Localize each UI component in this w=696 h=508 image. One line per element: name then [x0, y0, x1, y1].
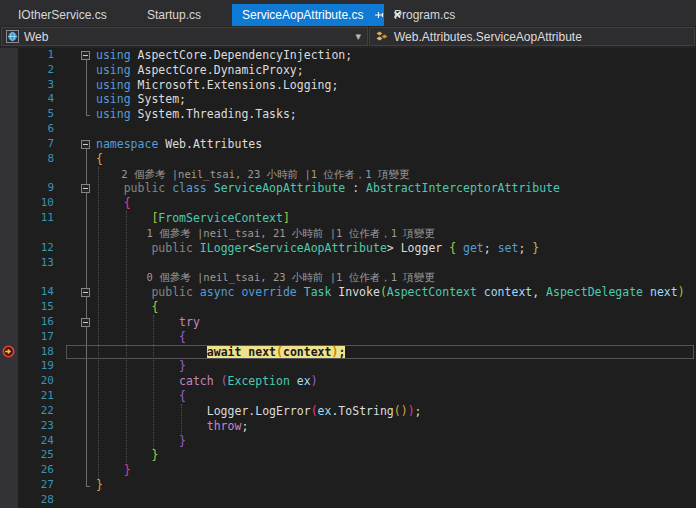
code-line[interactable]: }	[96, 359, 696, 374]
breakpoint-gutter[interactable]	[0, 241, 18, 256]
breakpoint-gutter[interactable]	[0, 434, 18, 449]
code-token	[96, 211, 151, 225]
breakpoint-gutter[interactable]	[0, 330, 18, 345]
code-line[interactable]: public class ServiceAopAttribute : Abstr…	[96, 181, 696, 196]
breadcrumb-dropdown[interactable]: Web.Attributes.ServiceAopAttribute	[369, 27, 695, 46]
code-line[interactable]: {	[96, 300, 696, 315]
code-line[interactable]: public ILogger<ServiceAopAttribute> Logg…	[96, 241, 696, 256]
code-token: {	[96, 389, 186, 403]
code-line[interactable]	[96, 493, 696, 508]
fold-column	[62, 241, 96, 256]
code-line[interactable]: public async override Task Invoke(Aspect…	[96, 285, 696, 300]
line-number: 2	[18, 63, 62, 78]
code-token: using	[96, 78, 131, 92]
breakpoint-gutter[interactable]	[0, 285, 18, 300]
breakpoint-gutter[interactable]	[0, 48, 18, 63]
code-line[interactable]: {	[96, 389, 696, 404]
breakpoint-gutter[interactable]	[0, 345, 18, 360]
breakpoint-gutter[interactable]	[0, 63, 18, 78]
breakpoint-gutter[interactable]	[0, 419, 18, 434]
code-line[interactable]: }	[96, 448, 696, 463]
line-number: 17	[18, 330, 62, 345]
breakpoint-gutter[interactable]	[0, 78, 18, 93]
fold-toggle[interactable]	[81, 288, 90, 297]
tab-serviceaopattribute[interactable]: ServiceAopAttribute.cs ×	[232, 4, 384, 26]
codelens-text[interactable]: 0 個參考 |neil_tsai, 23 小時前 |1 位作者，1 項變更	[96, 270, 696, 285]
fold-toggle[interactable]	[81, 184, 90, 193]
breakpoint-gutter[interactable]	[0, 137, 18, 152]
project-dropdown[interactable]: Web ▾	[1, 27, 368, 46]
code-line[interactable]: {	[96, 196, 696, 211]
code-token: context	[477, 285, 532, 299]
fold-toggle[interactable]	[81, 318, 90, 327]
tab-startup[interactable]: Startup.cs	[137, 4, 232, 26]
breakpoint-gutter[interactable]	[0, 122, 18, 137]
breakpoint-gutter[interactable]	[0, 270, 18, 285]
code-line[interactable]: }	[96, 463, 696, 478]
code-line[interactable]	[96, 122, 696, 137]
line-number: 8	[18, 152, 62, 167]
codelens-text[interactable]: 2 個參考 |neil_tsai, 23 小時前 |1 位作者，1 項變更	[96, 167, 696, 182]
current-statement-icon[interactable]	[2, 345, 15, 358]
code-row: 4using System;	[0, 92, 696, 107]
code-line[interactable]: Logger.LogError(ex.ToString());	[96, 404, 696, 419]
code-line[interactable]: catch (Exception ex)	[96, 374, 696, 389]
fold-toggle[interactable]	[81, 51, 90, 60]
code-line[interactable]: using System.Threading.Tasks;	[96, 107, 696, 122]
breakpoint-gutter[interactable]	[0, 107, 18, 122]
fold-column	[62, 463, 96, 478]
breakpoint-gutter[interactable]	[0, 478, 18, 493]
fold-column	[62, 48, 96, 63]
code-line[interactable]: using Microsoft.Extensions.Logging;	[96, 78, 696, 93]
code-line[interactable]: namespace Web.Attributes	[96, 137, 696, 152]
code-line[interactable]	[96, 256, 696, 271]
breakpoint-gutter[interactable]	[0, 226, 18, 241]
breakpoint-gutter[interactable]	[0, 359, 18, 374]
code-line[interactable]: try	[96, 315, 696, 330]
code-line[interactable]: }	[96, 434, 696, 449]
breakpoint-gutter[interactable]	[0, 256, 18, 271]
code-token: using	[96, 92, 131, 106]
breakpoint-gutter[interactable]	[0, 196, 18, 211]
code-token: {	[96, 196, 131, 210]
breakpoint-gutter[interactable]	[0, 152, 18, 167]
fold-toggle[interactable]	[81, 140, 90, 149]
breakpoint-gutter[interactable]	[0, 493, 18, 508]
code-line[interactable]: using AspectCore.DynamicProxy;	[96, 63, 696, 78]
breakpoint-gutter[interactable]	[0, 300, 18, 315]
breakpoint-gutter[interactable]	[0, 448, 18, 463]
code-line[interactable]: }	[96, 478, 696, 493]
codelens-row: 1 個參考 |neil_tsai, 21 小時前 |1 位作者，1 項變更	[0, 226, 696, 241]
code-line[interactable]: using System;	[96, 92, 696, 107]
code-line[interactable]: using AspectCore.DependencyInjection;	[96, 48, 696, 63]
tab-label: Startup.cs	[147, 8, 201, 22]
breakpoint-gutter[interactable]	[0, 389, 18, 404]
code-token: >	[387, 241, 394, 255]
code-token: .ToString	[331, 404, 393, 418]
tab-program[interactable]: Program.cs	[384, 4, 484, 26]
breakpoint-gutter[interactable]	[0, 167, 18, 182]
breakpoint-gutter[interactable]	[0, 374, 18, 389]
breakpoint-gutter[interactable]	[0, 181, 18, 196]
fold-column	[62, 122, 96, 137]
code-line[interactable]: {	[96, 330, 696, 345]
class-icon	[375, 30, 389, 43]
line-number: 1	[18, 48, 62, 63]
codelens-text[interactable]: 1 個參考 |neil_tsai, 21 小時前 |1 位作者，1 項變更	[96, 226, 696, 241]
project-name: Web	[24, 30, 48, 44]
code-line[interactable]: {	[96, 152, 696, 167]
fold-column	[62, 404, 96, 419]
code-line[interactable]: throw;	[96, 419, 696, 434]
breakpoint-gutter[interactable]	[0, 404, 18, 419]
breakpoint-gutter[interactable]	[0, 92, 18, 107]
line-number: 16	[18, 315, 62, 330]
breakpoint-gutter[interactable]	[0, 463, 18, 478]
code-line[interactable]: await next(context);	[96, 345, 696, 360]
breakpoint-gutter[interactable]	[0, 211, 18, 226]
navigation-bar: Web ▾ Web.Attributes.ServiceAopAttribute	[0, 26, 696, 48]
code-line[interactable]: [FromServiceContext]	[96, 211, 696, 226]
code-row: 5using System.Threading.Tasks;	[0, 107, 696, 122]
breakpoint-gutter[interactable]	[0, 315, 18, 330]
code-token: }	[96, 434, 186, 448]
tab-iotherservice[interactable]: IOtherService.cs	[8, 4, 137, 26]
